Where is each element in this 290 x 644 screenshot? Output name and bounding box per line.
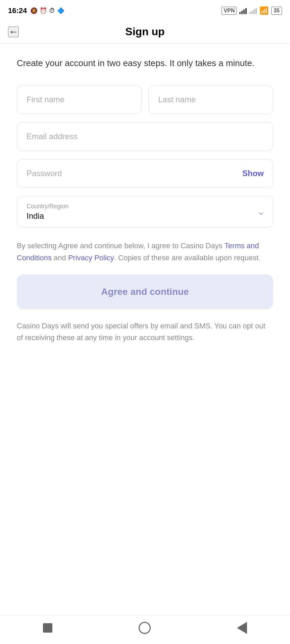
email-input[interactable]	[17, 122, 273, 151]
agree-continue-button[interactable]: Agree and continue	[17, 274, 273, 309]
home-button[interactable]	[139, 622, 151, 634]
back-nav-button[interactable]	[237, 622, 247, 634]
legal-text-before: By selecting Agree and continue below, I…	[17, 241, 225, 250]
signal-strength	[239, 7, 247, 14]
time-display: 16:24	[8, 6, 27, 15]
bar2	[241, 11, 243, 14]
triangle-icon	[237, 622, 247, 634]
legal-text-middle: and	[52, 254, 68, 262]
password-input[interactable]	[17, 159, 273, 188]
privacy-link[interactable]: Privacy Policy	[68, 254, 114, 262]
notification-icon: 🔕	[30, 7, 38, 14]
first-name-input[interactable]	[17, 85, 142, 114]
battery-indicator: 35	[271, 7, 282, 15]
show-password-button[interactable]: Show	[242, 169, 264, 178]
battery-level: 35	[274, 8, 280, 14]
status-right-icons: VPN 📶 35	[222, 6, 282, 15]
nav-bar	[0, 615, 290, 644]
bar6	[251, 11, 253, 14]
password-wrapper: Show	[17, 159, 273, 188]
bar5	[249, 12, 251, 14]
status-icons: 🔕 ⏰ ⏱ 🔷	[30, 7, 64, 14]
bar7	[253, 9, 255, 14]
subtitle-text: Create your account in two easy steps. I…	[17, 57, 273, 69]
country-value: India	[27, 211, 263, 221]
circle-icon	[139, 622, 151, 634]
status-bar: 16:24 🔕 ⏰ ⏱ 🔷 VPN 📶 35	[0, 0, 290, 20]
wifi-icon: 📶	[259, 6, 269, 15]
signal-strength-2	[249, 7, 257, 14]
timer-icon: ⏱	[49, 7, 55, 14]
chevron-down-icon: ⌵	[259, 207, 263, 217]
main-content: Create your account in two easy steps. I…	[0, 44, 290, 615]
bar4	[245, 8, 247, 14]
app-icon: 🔷	[57, 7, 64, 14]
last-name-input[interactable]	[148, 85, 273, 114]
back-button[interactable]: ←	[8, 26, 19, 37]
country-label: Country/Region	[27, 203, 263, 210]
alarm-icon: ⏰	[40, 7, 47, 14]
bar1	[239, 12, 241, 14]
bar3	[243, 9, 245, 14]
header: ← Sign up	[0, 20, 290, 44]
sms-disclaimer-text: Casino Days will send you special offers…	[17, 320, 273, 343]
recent-apps-button[interactable]	[43, 623, 52, 633]
legal-text-after: . Copies of these are available upon req…	[114, 254, 261, 262]
vpn-badge: VPN	[222, 7, 237, 15]
legal-text: By selecting Agree and continue below, I…	[17, 240, 273, 263]
name-row	[17, 85, 273, 114]
status-time: 16:24 🔕 ⏰ ⏱ 🔷	[8, 6, 64, 15]
page-title: Sign up	[125, 25, 164, 38]
square-icon	[43, 623, 52, 633]
bar8	[255, 8, 257, 14]
country-dropdown[interactable]: Country/Region India ⌵	[17, 196, 273, 228]
